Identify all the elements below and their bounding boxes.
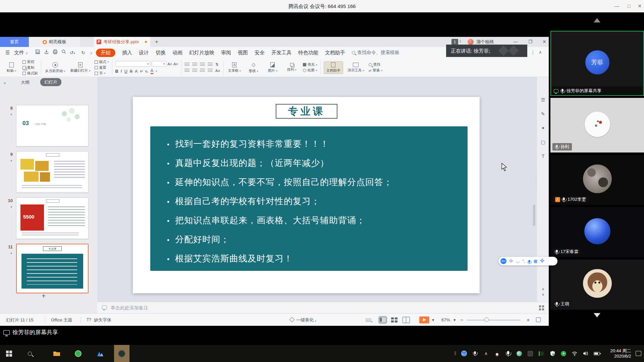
collapse-ribbon-icon[interactable]: ∧: [539, 50, 542, 55]
menu-slideshow[interactable]: 幻灯片放映: [189, 50, 214, 56]
more-menu-icon[interactable]: ⋮: [531, 50, 535, 55]
font-size-select[interactable]: ▾: [152, 61, 166, 67]
voice-tray-icon[interactable]: [503, 351, 514, 356]
menu-review[interactable]: 审阅: [221, 50, 231, 56]
canvas-scrollbar[interactable]: [533, 204, 535, 226]
line-spacing-button[interactable]: ⇅: [215, 62, 218, 67]
play-from-current-button[interactable]: 从当前开始 ▾: [44, 62, 66, 73]
font-color-caret[interactable]: ▾: [156, 70, 157, 73]
zoom-caret[interactable]: ▾: [453, 314, 456, 326]
wps-close-button[interactable]: ✕: [539, 37, 550, 47]
reading-view-button[interactable]: ▾: [366, 318, 373, 324]
slide-8-thumbnail[interactable]: 03 一些复习经验: [16, 105, 89, 146]
align-left-icon[interactable]: [184, 63, 190, 67]
reset-button[interactable]: 重置: [95, 65, 109, 70]
layout-grid-icon[interactable]: [539, 305, 544, 310]
export-icon[interactable]: [43, 49, 50, 56]
menu-animation[interactable]: 动画: [172, 50, 182, 56]
ime-settings-gear-icon[interactable]: [540, 258, 544, 264]
shadow-button[interactable]: A: [135, 69, 138, 74]
subscript-button[interactable]: x₂: [145, 69, 148, 73]
mic-tray-icon[interactable]: [470, 351, 481, 356]
menu-devtools[interactable]: 开发工具: [271, 50, 291, 56]
indent-icon[interactable]: [200, 69, 205, 73]
text-tool-icon[interactable]: T: [537, 154, 549, 162]
italic-button[interactable]: I: [121, 69, 122, 74]
menu-transition[interactable]: 切换: [156, 50, 166, 56]
justify-icon[interactable]: [208, 63, 213, 67]
superscript-button[interactable]: x²: [140, 69, 143, 73]
strike-button[interactable]: S: [130, 69, 132, 74]
present-tools-button[interactable]: 演示工具 ▾: [346, 63, 366, 73]
meeting-app-button-active[interactable]: [114, 345, 129, 362]
battery-tray-icon[interactable]: [591, 352, 602, 355]
arrange-button[interactable]: 排列 ▾: [284, 63, 300, 72]
play-options-caret[interactable]: ▾: [432, 314, 434, 326]
menu-design[interactable]: 设计: [139, 50, 149, 56]
slide-10-thumbnail[interactable]: 5500: [16, 197, 89, 239]
participant-tile-sharer[interactable]: 芳菲 徐芳菲的屏幕共享: [550, 31, 644, 96]
menu-security[interactable]: 安全: [255, 50, 265, 56]
scroll-participants-down[interactable]: [594, 313, 600, 317]
align-center-icon[interactable]: [192, 63, 197, 67]
participant-tile[interactable]: 人 1702李雯: [550, 155, 644, 205]
tab-outline[interactable]: 大纲: [21, 79, 30, 85]
voice-input-icon[interactable]: [528, 260, 530, 262]
fullscreen-icon[interactable]: [536, 317, 541, 322]
number-list-icon[interactable]: [192, 69, 197, 73]
slide-title[interactable]: 专业课: [276, 104, 337, 119]
normal-view-button[interactable]: [379, 317, 386, 323]
maximize-button[interactable]: □: [623, 0, 635, 12]
align-right-icon[interactable]: [200, 63, 205, 67]
collapse-panel-icon[interactable]: «: [3, 80, 6, 85]
shapes-button[interactable]: ◇ 形状 ▾: [246, 62, 262, 73]
file-explorer-button[interactable]: [49, 345, 64, 362]
new-slide-button[interactable]: 新建幻灯片 ▾: [69, 62, 92, 73]
zoom-in-button[interactable]: +: [527, 314, 530, 326]
app-globe-tray-icon[interactable]: [514, 351, 525, 356]
save-icon[interactable]: [34, 49, 41, 56]
font-color-button[interactable]: A: [151, 68, 153, 74]
docs-count-badge[interactable]: 1: [451, 39, 458, 45]
notes-bar[interactable]: 单击此处添加备注: [97, 302, 549, 313]
reading-layout-button[interactable]: [402, 317, 410, 323]
effects-icon[interactable]: ✦: [537, 125, 549, 133]
close-button[interactable]: ✕: [635, 0, 644, 12]
participant-tile[interactable]: 17宋春霖: [550, 207, 644, 257]
zoom-slider-track[interactable]: [467, 320, 521, 320]
copy-button[interactable]: 复制: [22, 65, 38, 70]
tab-slides[interactable]: 幻灯片: [40, 78, 61, 86]
font-name-select[interactable]: ▾: [115, 61, 150, 67]
app-dark-tray-icon[interactable]: [525, 351, 536, 356]
scroll-participants-up[interactable]: [594, 18, 600, 22]
menu-doc-assistant[interactable]: 文档助手: [325, 50, 345, 56]
menu-view[interactable]: 视图: [238, 50, 248, 56]
background-icon[interactable]: ▢: [537, 139, 549, 147]
start-button[interactable]: [1, 345, 17, 362]
wifi-tray-icon[interactable]: [569, 351, 580, 356]
minimize-button[interactable]: —: [611, 0, 623, 12]
halfwidth-icon[interactable]: ◡: [516, 257, 519, 265]
paste-button[interactable]: 粘贴 ▾: [3, 62, 19, 73]
action-center-button[interactable]: [631, 351, 644, 356]
add-slide-button[interactable]: +: [37, 292, 50, 300]
wps-app-button[interactable]: [93, 345, 108, 362]
section-button[interactable]: 节 ▾: [95, 71, 109, 76]
taskbar-search-button[interactable]: [22, 345, 38, 362]
redo-icon[interactable]: ↻: [80, 49, 87, 56]
menu-insert[interactable]: 插入: [122, 50, 132, 56]
new-tab-button[interactable]: +: [152, 37, 162, 47]
participant-tile[interactable]: 孙利: [550, 98, 644, 153]
ifly-tray-icon[interactable]: iFLY: [459, 351, 470, 356]
shrink-font-button[interactable]: A˅: [173, 62, 178, 66]
replace-button[interactable]: ⇄替换 ▾: [369, 68, 382, 73]
cut-button[interactable]: 剪切: [22, 60, 38, 64]
underline-button[interactable]: U: [124, 69, 127, 74]
zoom-slider-thumb[interactable]: [484, 317, 489, 322]
volume-tray-icon[interactable]: [580, 351, 591, 356]
tab-home[interactable]: 首页: [0, 37, 29, 47]
object-settings-icon[interactable]: ☰: [537, 97, 549, 105]
animation-pane-icon[interactable]: ✎: [537, 111, 549, 119]
browser-button[interactable]: [70, 345, 86, 362]
missing-font-label[interactable]: 缺失字体: [94, 314, 111, 326]
